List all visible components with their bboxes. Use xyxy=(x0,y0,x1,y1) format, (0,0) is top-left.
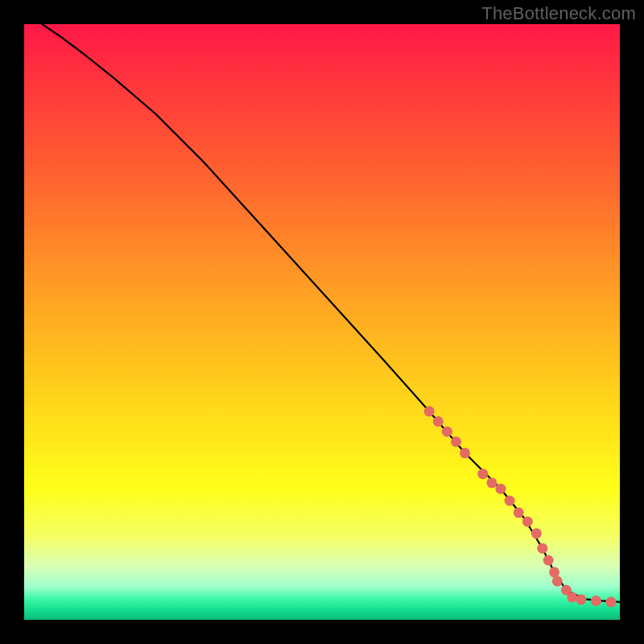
highlight-point xyxy=(505,496,515,506)
highlight-point xyxy=(605,597,616,607)
plot-background xyxy=(24,24,620,620)
highlight-point xyxy=(433,416,444,427)
watermark-text: TheBottleneck.com xyxy=(481,3,636,24)
highlight-point xyxy=(543,555,554,566)
highlight-point xyxy=(442,427,452,437)
highlight-point xyxy=(486,477,497,488)
highlight-point xyxy=(460,448,470,458)
highlight-point xyxy=(496,484,506,494)
chart-svg xyxy=(0,0,644,644)
highlight-point xyxy=(522,516,533,526)
chart-container: TheBottleneck.com xyxy=(0,0,644,644)
highlight-point xyxy=(477,469,488,479)
highlight-point xyxy=(514,507,524,518)
highlight-point xyxy=(576,594,586,605)
highlight-point xyxy=(537,543,547,554)
highlight-point xyxy=(591,596,601,606)
highlight-point xyxy=(567,592,577,602)
highlight-point xyxy=(549,567,559,577)
highlight-point xyxy=(451,436,461,447)
highlight-point xyxy=(424,407,435,417)
highlight-point xyxy=(552,576,563,586)
highlight-point xyxy=(531,528,542,539)
